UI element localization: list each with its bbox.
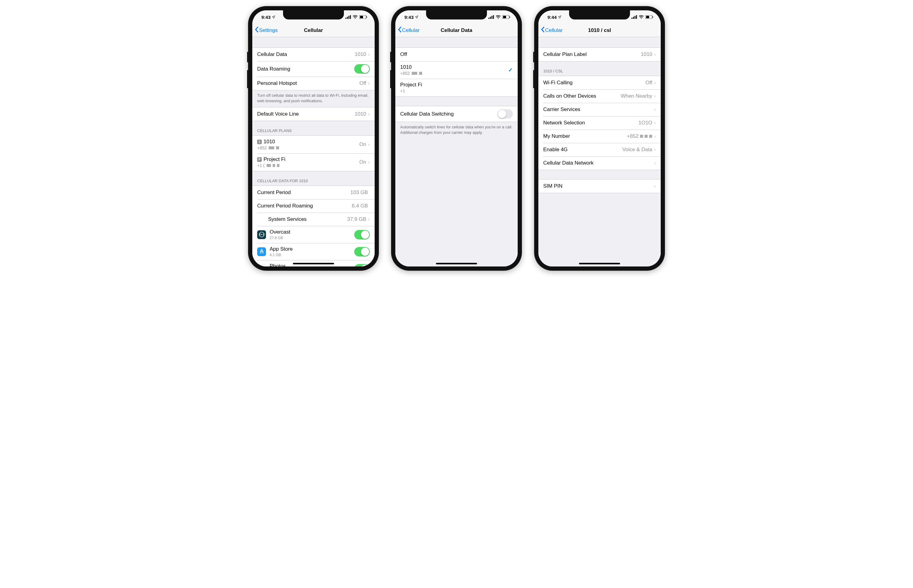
battery-icon [646, 15, 653, 19]
svg-rect-5 [360, 16, 363, 18]
app-toggle[interactable] [354, 264, 370, 267]
svg-rect-2 [348, 16, 350, 19]
photos-app-icon [257, 264, 266, 267]
signal-icon [631, 15, 637, 19]
section-header: 1010 / CSL [538, 61, 661, 76]
plan-name: 1010 [264, 139, 275, 145]
personal-hotspot-row[interactable]: Personal Hotspot Off › [252, 77, 375, 90]
chevron-right-icon: › [368, 80, 370, 86]
svg-rect-23 [636, 15, 637, 19]
data-switching-toggle[interactable] [497, 109, 513, 119]
line-number: +852 [400, 71, 410, 76]
nav-bar: Settings Cellular [252, 24, 375, 37]
chevron-left-icon [255, 26, 258, 34]
cell-label: Default Voice Line [257, 111, 355, 117]
network-selection-row[interactable]: Network Selection 1O1O › [538, 116, 661, 129]
cell-label: Current Period Roaming [257, 203, 352, 209]
nav-bar: Cellular 1010 / csl [538, 24, 661, 37]
back-label: Cellular [402, 27, 420, 34]
chevron-right-icon: › [368, 159, 370, 165]
line-off-row[interactable]: Off [395, 48, 518, 61]
app-row-overcast[interactable]: Overcast 27.8 GB [252, 226, 375, 243]
scroll-content[interactable]: Cellular Plan Label 1010 › 1010 / CSL Wi… [538, 37, 661, 267]
line-1010-row[interactable]: 1010 +852 ✓ [395, 61, 518, 79]
default-voice-row[interactable]: Default Voice Line 1010 › [252, 107, 375, 121]
redacted-icon [640, 135, 643, 138]
app-toggle[interactable] [354, 247, 370, 257]
current-roaming-row: Current Period Roaming 6.4 GB [252, 199, 375, 213]
section-header: CELLULAR DATA FOR 1010 [252, 171, 375, 186]
my-number-prefix: +852 [627, 133, 638, 139]
plan-row-projectfi[interactable]: P Project Fi +1 ( On › [252, 153, 375, 171]
chevron-left-icon [398, 26, 401, 34]
my-number-row[interactable]: My Number +852 › [538, 129, 661, 143]
data-roaming-toggle[interactable] [354, 64, 370, 74]
redacted-icon [419, 72, 422, 75]
plan-row-1010[interactable]: 1 1010 +852 On › [252, 136, 375, 153]
back-button[interactable]: Cellular [538, 26, 563, 34]
svg-point-8 [261, 234, 262, 235]
battery-icon [359, 15, 367, 19]
battery-icon [502, 15, 510, 19]
redacted-icon [644, 135, 648, 138]
app-size: 4.1 GB [270, 253, 354, 257]
cell-label: Data Roaming [257, 66, 354, 72]
cell-value: 1010 [641, 52, 652, 58]
home-indicator[interactable] [293, 263, 334, 264]
cell-value: When Nearby [620, 93, 652, 99]
svg-rect-0 [345, 18, 346, 19]
location-icon [558, 15, 562, 19]
chevron-right-icon: › [654, 120, 656, 126]
redacted-icon [277, 164, 279, 167]
cell-label: Carrier Services [543, 107, 654, 113]
svg-rect-26 [652, 16, 653, 18]
app-name: App Store [270, 246, 354, 252]
phone-cellular-data: 9:43 Cell [391, 6, 522, 271]
cellular-data-network-row[interactable]: Cellular Data Network › [538, 156, 661, 170]
wifi-calling-row[interactable]: Wi-Fi Calling Off › [538, 76, 661, 89]
plan-label-row[interactable]: Cellular Plan Label 1010 › [538, 48, 661, 61]
redacted-icon [276, 146, 279, 149]
scroll-content[interactable]: Off 1010 +852 ✓ Project Fi [395, 37, 518, 267]
redacted-icon [273, 164, 275, 167]
status-time: 9:43 [405, 15, 414, 20]
back-button[interactable]: Settings [252, 26, 278, 34]
enable-4g-row[interactable]: Enable 4G Voice & Data › [538, 143, 661, 156]
cell-value: 6.4 GB [352, 203, 368, 209]
app-toggle[interactable] [354, 230, 370, 239]
calls-other-row[interactable]: Calls on Other Devices When Nearby › [538, 89, 661, 103]
cell-label: Enable 4G [543, 147, 622, 153]
back-button[interactable]: Cellular [395, 26, 420, 34]
nav-bar: Cellular Cellular Data [395, 24, 518, 37]
back-label: Cellular [545, 27, 563, 34]
data-roaming-row[interactable]: Data Roaming [252, 61, 375, 77]
back-label: Settings [259, 27, 278, 34]
line-projectfi-row[interactable]: Project Fi +1 [395, 79, 518, 97]
chevron-right-icon: › [654, 147, 656, 153]
sim-pin-row[interactable]: SIM PIN › [538, 179, 661, 193]
cell-label: Cellular Data Network [543, 160, 654, 166]
home-indicator[interactable] [579, 263, 620, 264]
svg-rect-21 [633, 17, 634, 19]
cell-label: SIM PIN [543, 183, 654, 189]
wifi-icon [353, 15, 358, 19]
home-indicator[interactable] [436, 263, 477, 264]
cellular-data-row[interactable]: Cellular Data 1010 › [252, 48, 375, 61]
cell-value: 103 GB [350, 189, 368, 195]
svg-rect-16 [493, 15, 494, 19]
location-icon [272, 15, 275, 19]
plan-status: On [359, 159, 366, 165]
scroll-content[interactable]: Cellular Data 1010 › Data Roaming Person… [252, 37, 375, 267]
cell-value: Voice & Data [622, 147, 652, 153]
svg-rect-15 [492, 16, 492, 19]
svg-rect-13 [489, 18, 489, 19]
app-row-appstore[interactable]: App Store 4.1 GB [252, 243, 375, 260]
carrier-services-row[interactable]: Carrier Services › [538, 103, 661, 116]
notch [283, 10, 344, 19]
svg-rect-18 [503, 16, 506, 18]
svg-point-9 [261, 266, 263, 267]
svg-rect-14 [490, 17, 491, 19]
system-services-row[interactable]: System Services 37.9 GB › [252, 213, 375, 226]
data-switching-row[interactable]: Cellular Data Switching [395, 106, 518, 122]
cell-label: Network Selection [543, 120, 638, 126]
